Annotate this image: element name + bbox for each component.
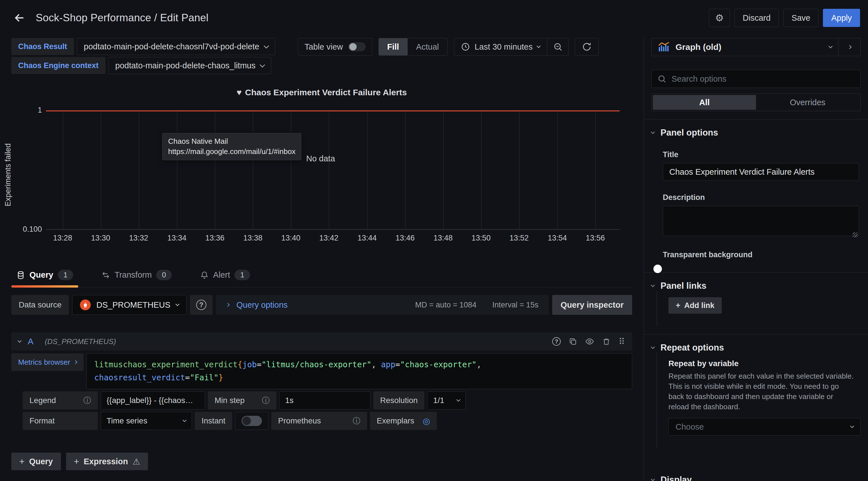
time-range-picker[interactable]: Last 30 minutes [454, 38, 547, 55]
tab-query[interactable]: Query 1 [11, 265, 78, 287]
delete-query-button[interactable] [602, 337, 611, 346]
x-tick: 13:38 [243, 234, 262, 242]
divider [644, 119, 868, 120]
x-tick: 13:46 [396, 234, 415, 242]
visualization-picker-row: Graph (old) [651, 38, 861, 56]
disable-query-button[interactable] [585, 337, 594, 346]
format-label: Format [23, 412, 98, 430]
metrics-browser-button[interactable]: Metrics browser [11, 353, 84, 371]
panel-title-input[interactable] [663, 163, 859, 181]
repeat-variable-select[interactable]: Choose [669, 418, 861, 435]
tab-all[interactable]: All [653, 95, 756, 110]
section-panel-options[interactable]: Panel options [651, 128, 861, 138]
chevron-down-icon [183, 418, 187, 422]
query-header[interactable]: A (DS_PROMETHEUS) ? ⠿ [11, 332, 632, 351]
refresh-button[interactable] [575, 38, 599, 56]
collapse-chevron-icon[interactable] [18, 339, 22, 342]
datasource-help-button[interactable]: ? [190, 295, 213, 315]
x-tick: 13:32 [129, 234, 148, 242]
x-tick: 13:52 [509, 234, 529, 242]
panel-title: ♥Chaos Experiment Verdict Failure Alerts [0, 88, 644, 97]
fill-option[interactable]: Fill [379, 38, 408, 55]
add-expression-button[interactable]: + Expression ⚠ [66, 453, 148, 470]
query-help-button[interactable]: ? [552, 337, 561, 346]
chevron-down-icon [456, 398, 460, 401]
instant-toggle-box [235, 412, 269, 430]
back-button[interactable] [11, 10, 27, 26]
y-tick: 1 [2, 106, 42, 115]
gridline [253, 111, 253, 229]
toggle-viz-picker-button[interactable] [838, 38, 860, 56]
help-circle-icon: ? [196, 300, 206, 310]
variable-label: Chaos Result [11, 38, 74, 55]
database-icon [17, 271, 25, 279]
resolution-select[interactable]: 1/1 [427, 391, 466, 410]
tab-overrides[interactable]: Overrides [756, 95, 859, 110]
chevron-down-icon [651, 477, 655, 481]
legend-input[interactable] [101, 391, 205, 410]
x-tick: 13:36 [205, 234, 224, 242]
discard-button[interactable]: Discard [735, 9, 779, 27]
datasource-picker[interactable]: DS_PROMETHEUS [72, 295, 187, 315]
tab-alert[interactable]: Alert 1 [195, 265, 255, 287]
apply-button[interactable]: Apply [823, 9, 860, 27]
fill-actual-segmented: Fill Actual [378, 38, 448, 56]
actual-option[interactable]: Actual [408, 38, 447, 55]
min-step-input[interactable] [279, 391, 371, 410]
resize-grip-icon[interactable] [853, 232, 858, 237]
plus-icon: + [74, 456, 80, 467]
gridline [177, 111, 178, 229]
query-options-toggle[interactable]: Query options [237, 300, 288, 310]
arrow-left-icon [13, 11, 26, 24]
add-query-button[interactable]: + Query [11, 453, 61, 470]
add-link-button[interactable]: + Add link [669, 297, 722, 314]
promql-query-input[interactable]: litmuschaos_experiment_verdict{job="litm… [87, 353, 632, 389]
panel-description-textarea[interactable] [663, 206, 859, 236]
format-select[interactable]: Time series [101, 412, 192, 430]
search-options-input[interactable] [672, 74, 855, 84]
legend-label: Legendⓘ [23, 391, 98, 410]
transparent-background-label: Transparent background [663, 250, 861, 259]
plot-area[interactable]: 13:28 13:30 13:32 13:34 13:36 13:38 13:4… [46, 111, 620, 230]
tab-count-badge: 1 [235, 270, 250, 280]
duplicate-query-button[interactable] [569, 337, 577, 346]
resolution-label: Resolution [373, 391, 424, 410]
search-icon [657, 74, 666, 83]
save-button[interactable]: Save [783, 9, 818, 27]
info-icon: ⓘ [353, 416, 360, 426]
variable-value-dropdown[interactable]: podtato-main-pod-delete-chaosnl7vd-pod-d… [77, 38, 275, 55]
query-ref-id: A [28, 337, 33, 346]
section-panel-links[interactable]: Panel links [651, 281, 861, 291]
clock-icon [461, 42, 470, 51]
table-view-toggle[interactable] [348, 42, 366, 51]
query-options-summary: MD = auto = 1084 Interval = 15s [415, 301, 538, 309]
x-tick: 13:54 [548, 234, 567, 242]
gridline [138, 111, 139, 229]
gridline [329, 111, 330, 229]
zoom-out-icon [553, 42, 563, 52]
gridline [101, 111, 101, 229]
exemplars-eye-icon[interactable]: ◎ [423, 416, 430, 426]
chevron-down-icon [651, 130, 655, 134]
chevron-down-icon [537, 44, 540, 48]
variable-value-dropdown[interactable]: podtato-main-pod-delete-chaos_litmus [108, 57, 272, 74]
gridline [595, 111, 596, 229]
section-repeat-options[interactable]: Repeat options [651, 342, 861, 353]
tab-transform[interactable]: Transform 0 [96, 265, 177, 287]
drag-handle-icon[interactable]: ⠿ [619, 337, 625, 347]
link-tooltip: Chaos Native Mail https://mail.google.co… [162, 133, 301, 160]
instant-toggle[interactable] [242, 416, 262, 426]
chevron-down-icon [260, 62, 265, 67]
x-tick: 13:40 [281, 234, 301, 242]
visualization-select[interactable]: Graph (old) [652, 38, 838, 56]
zoom-out-button[interactable] [547, 38, 568, 55]
eye-icon [585, 337, 594, 346]
prometheus-icon [80, 300, 91, 310]
chevron-down-icon [264, 43, 269, 48]
copy-icon [569, 337, 577, 346]
section-display[interactable]: Display [651, 475, 861, 481]
gridline [367, 111, 368, 229]
panel-settings-button[interactable]: ⚙ [709, 9, 730, 27]
tooltip-url: https://mail.google.com/mail/u/1/#inbox [168, 146, 296, 156]
query-inspector-button[interactable]: Query inspector [552, 295, 632, 315]
